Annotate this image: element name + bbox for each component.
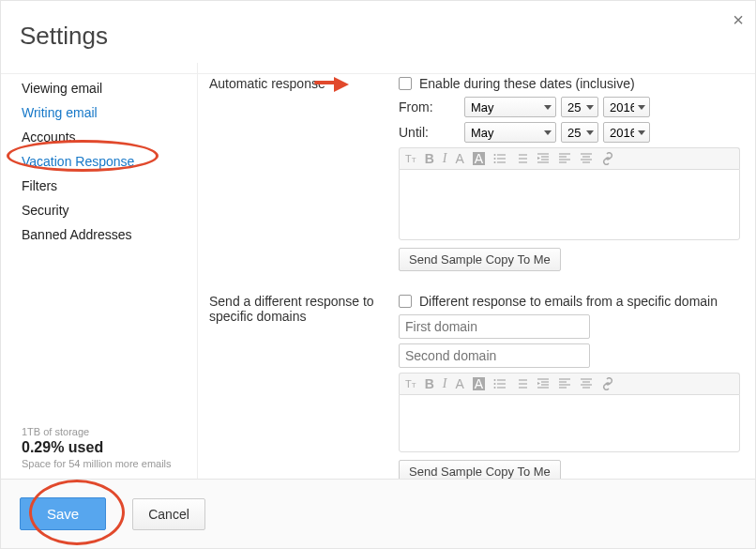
section-label: Send a different response to specific do… (209, 294, 399, 479)
storage-info: 1TB of storage 0.29% used Space for 54 m… (22, 407, 188, 469)
settings-modal: × Settings Viewing email Writing email A… (0, 0, 756, 549)
font-size-icon[interactable]: TT (405, 154, 416, 164)
sidebar-item-vacation-response[interactable]: Vacation Response (22, 149, 188, 174)
from-date-row: From: May 25 2016 (399, 97, 740, 117)
link-icon[interactable] (601, 152, 614, 165)
enable-domain-checkbox-row[interactable]: Different response to emails from a spec… (399, 294, 740, 309)
until-date-row: Until: May 25 2016 (399, 122, 740, 143)
page-title: Settings (20, 22, 736, 51)
bold-icon[interactable]: B (425, 152, 434, 165)
indent-icon[interactable] (537, 152, 550, 165)
storage-used: 0.29% used (22, 439, 188, 456)
until-day-select[interactable]: 25 (561, 122, 598, 143)
message-editor[interactable] (399, 169, 740, 240)
header: Settings (1, 1, 755, 58)
from-day-select[interactable]: 25 (561, 97, 598, 117)
until-month-select[interactable]: May (464, 122, 556, 143)
send-sample-domain-button[interactable]: Send Sample Copy To Me (399, 460, 561, 479)
from-month-select[interactable]: May (464, 97, 556, 117)
until-label: Until: (399, 125, 464, 140)
bullet-list-icon[interactable] (493, 377, 507, 390)
italic-icon[interactable]: I (443, 377, 447, 390)
align-center-icon[interactable] (580, 377, 593, 390)
first-domain-input[interactable] (399, 314, 590, 339)
from-year-select[interactable]: 2016 (603, 97, 650, 117)
footer: Save Cancel (1, 479, 755, 548)
section-content: Enable during these dates (inclusive) Fr… (399, 76, 740, 271)
link-icon[interactable] (601, 377, 614, 390)
save-button[interactable]: Save (20, 497, 106, 530)
svg-point-3 (494, 154, 496, 156)
font-color-icon[interactable]: A (455, 377, 463, 390)
numbered-list-icon[interactable] (515, 377, 528, 390)
italic-icon[interactable]: I (443, 152, 447, 165)
send-sample-button[interactable]: Send Sample Copy To Me (399, 248, 561, 271)
body: Viewing email Writing email Accounts Vac… (1, 63, 755, 479)
section-content: Different response to emails from a spec… (399, 294, 740, 479)
sidebar-item-filters[interactable]: Filters (22, 174, 188, 198)
editor-toolbar: TT B I A A (399, 373, 740, 394)
section-domain-response: Send a different response to specific do… (209, 294, 740, 479)
svg-marker-13 (537, 157, 540, 160)
align-left-icon[interactable] (558, 152, 571, 165)
editor-toolbar: TT B I A A (399, 147, 740, 169)
svg-point-27 (494, 387, 496, 389)
bold-icon[interactable]: B (425, 377, 434, 390)
checkbox-icon[interactable] (399, 77, 412, 90)
domain-message-editor[interactable] (399, 394, 740, 452)
second-domain-input[interactable] (399, 343, 590, 368)
font-size-icon[interactable]: TT (405, 379, 416, 389)
enable-domain-label: Different response to emails from a spec… (419, 294, 718, 309)
sidebar: Viewing email Writing email Accounts Vac… (1, 63, 198, 479)
sidebar-item-security[interactable]: Security (22, 198, 188, 222)
sidebar-item-writing-email[interactable]: Writing email (22, 100, 188, 125)
svg-marker-35 (537, 382, 540, 385)
checkbox-icon[interactable] (399, 295, 412, 308)
main-panel: Automatic response Enable during these d… (198, 63, 755, 479)
highlight-icon[interactable]: A (473, 377, 485, 390)
enable-dates-label: Enable during these dates (inclusive) (419, 76, 635, 91)
enable-dates-checkbox-row[interactable]: Enable during these dates (inclusive) (399, 76, 740, 91)
sidebar-item-accounts[interactable]: Accounts (22, 125, 188, 149)
indent-icon[interactable] (537, 377, 550, 390)
section-automatic-response: Automatic response Enable during these d… (209, 76, 740, 271)
svg-point-5 (494, 161, 496, 163)
font-color-icon[interactable]: A (455, 152, 463, 165)
svg-point-4 (494, 158, 496, 160)
from-label: From: (399, 99, 464, 114)
storage-total: 1TB of storage (22, 426, 188, 437)
highlight-icon[interactable]: A (473, 152, 485, 165)
align-center-icon[interactable] (580, 152, 593, 165)
cancel-button[interactable]: Cancel (132, 498, 205, 530)
numbered-list-icon[interactable] (515, 152, 528, 165)
close-icon[interactable]: × (733, 10, 744, 29)
storage-remaining: Space for 54 million more emails (22, 458, 188, 469)
svg-point-25 (494, 379, 496, 381)
bullet-list-icon[interactable] (493, 152, 507, 165)
sidebar-item-viewing-email[interactable]: Viewing email (22, 76, 188, 100)
align-left-icon[interactable] (558, 377, 571, 390)
sidebar-item-banned-addresses[interactable]: Banned Addresses (22, 222, 188, 247)
until-year-select[interactable]: 2016 (603, 122, 650, 143)
section-label: Automatic response (209, 76, 399, 271)
svg-point-26 (494, 383, 496, 385)
